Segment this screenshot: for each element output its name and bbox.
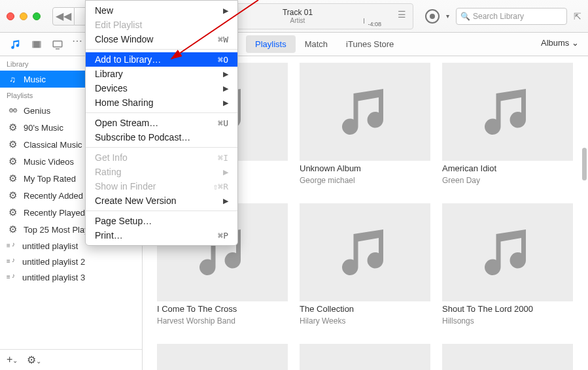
menu-label: Devices (95, 83, 128, 93)
album-cover[interactable] (442, 63, 573, 161)
album-cover[interactable] (300, 63, 430, 161)
submenu-arrow-icon: ▶ (223, 168, 228, 177)
menu-devices[interactable]: Devices▶ (86, 81, 237, 95)
album-item[interactable]: Unknown AlbumGeorge michael (300, 63, 430, 185)
sidebar-footer: +⌄ ⚙⌄ (0, 349, 142, 370)
menu-print[interactable]: Print…⌘P (86, 228, 237, 243)
view-mode-dropdown[interactable]: Albums ⌄ (541, 38, 579, 48)
menu-separator (86, 49, 237, 50)
music-tab[interactable] (5, 35, 26, 54)
menu-get-info: Get Info⌘I (86, 150, 237, 165)
account-icon[interactable] (425, 9, 440, 24)
file-menu-dropdown: New▶ Edit Playlist Close Window⌘W Add to… (85, 0, 238, 246)
album-cover[interactable] (442, 344, 573, 370)
album-cover[interactable] (442, 203, 573, 301)
menu-rating: Rating▶ (86, 165, 237, 179)
menu-separator (86, 210, 237, 211)
playlist-icon (7, 256, 17, 267)
menu-separator (86, 147, 237, 148)
album-item[interactable] (157, 344, 288, 370)
menu-label: New (95, 5, 113, 16)
tab-playlists[interactable]: Playlists (246, 35, 296, 53)
menu-new[interactable]: New▶ (86, 3, 237, 18)
album-item[interactable] (442, 344, 573, 370)
menu-label: Print… (95, 230, 123, 241)
album-artist: Hillsongs (442, 316, 573, 326)
back-button[interactable]: ◀◀ (52, 7, 75, 25)
add-playlist-button[interactable]: +⌄ (7, 354, 18, 366)
menu-label: Edit Playlist (95, 20, 142, 30)
chevron-down-icon: ⌄ (572, 38, 579, 48)
menu-library[interactable]: Library▶ (86, 67, 237, 81)
sidebar-item-label: My Top Rated (24, 174, 76, 184)
search-placeholder: Search Library (473, 12, 524, 21)
music-note-icon (7, 73, 18, 85)
tab-match[interactable]: Match (296, 35, 337, 53)
sidebar-item-label: Genius (24, 106, 50, 116)
settings-gear-button[interactable]: ⚙⌄ (27, 354, 41, 366)
menu-label: Rating (95, 167, 121, 177)
window-controls (0, 12, 47, 20)
album-item[interactable]: The CollectionHilary Weeks (300, 203, 430, 326)
shortcut-label: ⌘W (218, 35, 228, 44)
menu-close-window[interactable]: Close Window⌘W (86, 32, 237, 46)
sidebar-item-label: untitled playlist 3 (22, 273, 85, 282)
fullscreen-icon[interactable]: ⇱ (574, 11, 581, 22)
submenu-arrow-icon: ▶ (223, 99, 228, 107)
sidebar-item-label: Music Videos (24, 157, 74, 167)
menu-label: Home Sharing (95, 97, 154, 108)
svg-rect-1 (32, 41, 33, 48)
album-item[interactable]: Shout To The Lord 2000Hillsongs (442, 203, 573, 326)
playlist-icon (7, 241, 17, 251)
titlebar-right: ▾ 🔍 Search Library ⇱ (419, 8, 588, 25)
queue-list-icon[interactable]: ☰ (398, 9, 406, 20)
tv-tab[interactable] (47, 35, 68, 54)
minimize-window-icon[interactable] (20, 12, 27, 20)
more-media-icon[interactable]: ⋯ (68, 35, 86, 54)
shortcut-label: ⌘I (218, 153, 228, 163)
shortcut-label: ⌘U (218, 118, 228, 128)
scrollbar-thumb[interactable] (582, 148, 587, 180)
gear-icon (7, 139, 18, 150)
shortcut-label: ⌘P (218, 231, 228, 241)
gear-icon (7, 207, 18, 218)
sidebar-item-label: Recently Added (24, 191, 83, 201)
sidebar-item-label: Music (24, 75, 46, 84)
album-artist: Harvest Worship Band (157, 316, 288, 326)
menu-create-new-version[interactable]: Create New Version▶ (86, 193, 237, 208)
menu-label: Add to Library… (95, 54, 161, 65)
shortcut-label: ⌘O (218, 55, 228, 65)
playlist-icon (7, 272, 17, 282)
menu-label: Page Setup… (95, 216, 152, 226)
menu-home-sharing[interactable]: Home Sharing▶ (86, 95, 237, 110)
album-title: I Come To The Cross (157, 304, 288, 314)
album-item[interactable] (300, 344, 430, 370)
album-title: The Collection (300, 304, 430, 314)
album-title: Shout To The Lord 2000 (442, 304, 573, 314)
menu-subscribe-podcast[interactable]: Subscribe to Podcast… (86, 130, 237, 144)
album-cover[interactable] (157, 344, 288, 370)
album-cover[interactable] (300, 344, 430, 370)
tab-itunes-store[interactable]: iTunes Store (337, 35, 403, 53)
sidebar-item-label: Classical Music (24, 140, 82, 150)
search-input[interactable]: 🔍 Search Library (456, 8, 567, 25)
menu-label: Library (95, 69, 123, 79)
movies-tab[interactable] (26, 35, 47, 54)
now-playing-artist: Artist (290, 17, 305, 24)
menu-open-stream[interactable]: Open Stream…⌘U (86, 116, 237, 130)
sidebar-item-untitled2[interactable]: untitled playlist 2 (0, 254, 142, 269)
account-chevron-icon[interactable]: ▾ (446, 12, 449, 20)
album-item[interactable]: American IdiotGreen Day (442, 63, 573, 185)
album-cover[interactable] (300, 203, 430, 301)
shortcut-label: ⇧⌘R (213, 182, 228, 192)
maximize-window-icon[interactable] (33, 12, 41, 20)
close-window-icon[interactable] (7, 12, 14, 20)
media-type-tabs: ⋯ (0, 35, 92, 54)
menu-page-setup[interactable]: Page Setup… (86, 214, 237, 228)
sidebar-item-untitled3[interactable]: untitled playlist 3 (0, 269, 142, 285)
view-tabs: Playlists Match iTunes Store (246, 35, 403, 53)
menu-label: Show in Finder (95, 181, 156, 192)
sidebar-item-label: Recently Played (24, 208, 85, 218)
sidebar-item-label: untitled playlist (22, 241, 78, 251)
menu-add-to-library[interactable]: Add to Library…⌘O (86, 52, 237, 67)
